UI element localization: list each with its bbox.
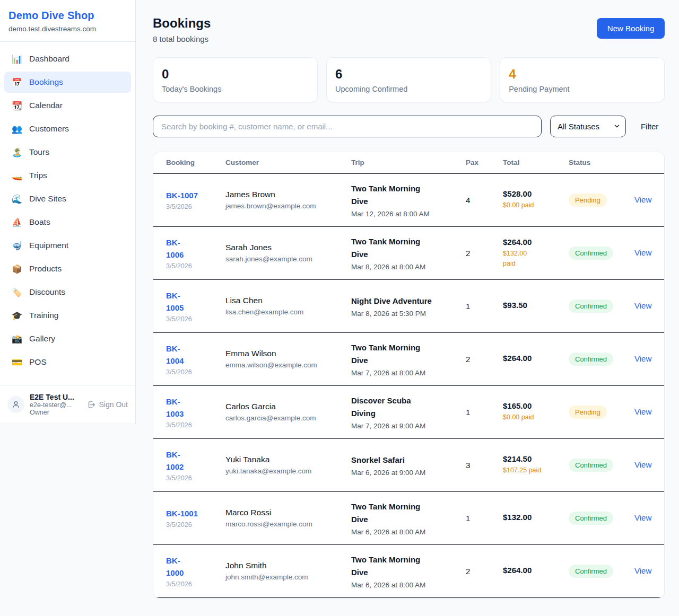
brand: Demo Dive Shop demo.test.divestreams.com xyxy=(0,0,135,42)
view-link[interactable]: View xyxy=(634,513,651,522)
view-link[interactable]: View xyxy=(634,566,651,575)
trip-name: Two Tank Morning Dive xyxy=(351,341,466,367)
total-cell: $264.00 xyxy=(503,354,569,365)
view-link[interactable]: View xyxy=(634,407,651,416)
customer-email: lisa.chen@example.com xyxy=(225,308,351,316)
view-link[interactable]: View xyxy=(634,301,651,310)
customer-name: Lisa Chen xyxy=(225,296,351,305)
table-row: BK- 1002 3/5/2026 Yuki Tanaka yuki.tanak… xyxy=(153,439,664,492)
total-cell: $165.00 $0.00 paid xyxy=(503,401,569,423)
column-header-booking: Booking xyxy=(166,159,225,166)
nav-item-icon: 🏝️ xyxy=(12,147,22,157)
view-link[interactable]: View xyxy=(634,248,651,257)
filter-button[interactable]: Filter xyxy=(634,118,665,135)
booking-cell: BK-1007 3/5/2026 xyxy=(166,189,225,210)
user-icon xyxy=(12,400,20,409)
booking-id-link[interactable]: BK- 1000 xyxy=(166,556,184,577)
shop-domain: demo.test.divestreams.com xyxy=(8,25,127,33)
customer-name: Sarah Jones xyxy=(225,243,351,252)
sidebar-item-gallery[interactable]: 📸 Gallery xyxy=(4,328,131,349)
user-panel: E2E Test U... e2e-tester@... Owner Sign … xyxy=(0,385,135,424)
trip-datetime: Mar 6, 2026 at 9:00 AM xyxy=(351,469,466,477)
sidebar-item-bookings[interactable]: 📅 Bookings xyxy=(4,72,131,93)
paid-amount: $0.00 paid xyxy=(503,412,569,423)
sidebar-item-products[interactable]: 📦 Products xyxy=(4,258,131,279)
sidebar-nav: 📊 Dashboard 📅 Bookings 📆 Calendar 👥 Cust… xyxy=(0,42,135,373)
nav-item-icon: 📸 xyxy=(12,334,22,344)
stat-card: 6 Upcoming Confirmed xyxy=(326,57,491,102)
booking-id-link[interactable]: BK-1007 xyxy=(166,191,198,200)
booking-date: 3/5/2026 xyxy=(166,368,225,376)
total-amount: $264.00 xyxy=(503,566,569,575)
view-link[interactable]: View xyxy=(634,195,651,204)
sidebar-item-dashboard[interactable]: 📊 Dashboard xyxy=(4,48,131,69)
page-title: Bookings xyxy=(153,16,211,31)
trip-cell: Two Tank Morning Dive Mar 6, 2026 at 8:0… xyxy=(351,500,466,536)
sidebar: Demo Dive Shop demo.test.divestreams.com… xyxy=(0,0,136,424)
sidebar-item-equipment[interactable]: 🤿 Equipment xyxy=(4,235,131,256)
customer-email: emma.wilson@example.com xyxy=(225,361,351,369)
trip-name: Two Tank Morning Dive xyxy=(351,182,466,208)
actions-cell: View xyxy=(634,460,651,470)
actions-cell: View xyxy=(634,248,651,258)
status-filter-select[interactable]: All Statuses xyxy=(550,116,626,137)
booking-id-link[interactable]: BK- 1004 xyxy=(166,344,184,365)
customer-cell: Lisa Chen lisa.chen@example.com xyxy=(225,296,351,316)
actions-cell: View xyxy=(634,195,651,205)
search-input[interactable] xyxy=(153,116,542,137)
view-link[interactable]: View xyxy=(634,354,651,363)
status-cell: Confirmed xyxy=(569,565,634,578)
total-amount: $528.00 xyxy=(503,189,569,198)
stats-row: 0 Today's Bookings 6 Upcoming Confirmed … xyxy=(153,57,665,102)
table-body: BK-1007 3/5/2026 James Brown james.brown… xyxy=(153,174,664,598)
booking-cell: BK- 1004 3/5/2026 xyxy=(166,342,225,376)
booking-id-link[interactable]: BK- 1003 xyxy=(166,397,184,418)
booking-date: 3/5/2026 xyxy=(166,203,225,210)
page-header: Bookings 8 total bookings New Booking xyxy=(153,16,665,43)
table-row: BK- 1006 3/5/2026 Sarah Jones sarah.jone… xyxy=(153,227,664,280)
booking-id-link[interactable]: BK- 1006 xyxy=(166,238,184,259)
paid-amount: $107.25 paid xyxy=(503,465,569,476)
sidebar-item-pos[interactable]: 💳 POS xyxy=(4,351,131,373)
sidebar-item-tours[interactable]: 🏝️ Tours xyxy=(4,142,131,163)
sidebar-item-customers[interactable]: 👥 Customers xyxy=(4,118,131,139)
view-link[interactable]: View xyxy=(634,460,651,469)
total-amount: $165.00 xyxy=(503,401,569,410)
total-cell: $93.50 xyxy=(503,301,569,312)
booking-id-link[interactable]: BK- 1002 xyxy=(166,450,184,471)
controls-row: All Statuses Filter xyxy=(153,116,665,137)
trip-cell: Discover Scuba Diving Mar 7, 2026 at 9:0… xyxy=(351,394,466,430)
customer-name: Carlos Garcia xyxy=(225,402,351,411)
trip-datetime: Mar 8, 2026 at 5:30 PM xyxy=(351,310,466,318)
table-row: BK- 1005 3/5/2026 Lisa Chen lisa.chen@ex… xyxy=(153,280,664,333)
booking-id-link[interactable]: BK-1001 xyxy=(166,509,198,518)
sign-out-button[interactable]: Sign Out xyxy=(87,400,128,409)
status-badge: Confirmed xyxy=(569,353,613,366)
sidebar-item-discounts[interactable]: 🏷️ Discounts xyxy=(4,281,131,303)
nav-item-icon: 🤿 xyxy=(12,241,22,251)
booking-cell: BK- 1003 3/5/2026 xyxy=(166,395,225,429)
nav-item-label: Boats xyxy=(29,217,50,227)
stat-label: Today's Bookings xyxy=(162,85,309,93)
nav-item-icon: 📊 xyxy=(12,54,22,64)
pax-count: 1 xyxy=(466,408,503,417)
status-cell: Pending xyxy=(569,193,634,207)
sidebar-item-training[interactable]: 🎓 Training xyxy=(4,305,131,326)
trip-cell: Two Tank Morning Dive Mar 8, 2026 at 8:0… xyxy=(351,235,466,271)
booking-id-link[interactable]: BK- 1005 xyxy=(166,291,184,312)
new-booking-button[interactable]: New Booking xyxy=(597,18,665,39)
sidebar-item-trips[interactable]: 🚤 Trips xyxy=(4,165,131,186)
booking-date: 3/5/2026 xyxy=(166,421,225,429)
trip-cell: Two Tank Morning Dive Mar 12, 2026 at 8:… xyxy=(351,182,466,218)
nav-item-label: Trips xyxy=(29,171,47,180)
actions-cell: View xyxy=(634,354,651,364)
trip-datetime: Mar 8, 2026 at 8:00 AM xyxy=(351,263,466,271)
nav-item-icon: 🎓 xyxy=(12,311,22,321)
sidebar-item-boats[interactable]: ⛵ Boats xyxy=(4,212,131,233)
table-row: BK- 1004 3/5/2026 Emma Wilson emma.wilso… xyxy=(153,333,664,386)
trip-name: Discover Scuba Diving xyxy=(351,394,466,420)
sidebar-item-calendar[interactable]: 📆 Calendar xyxy=(4,95,131,116)
nav-item-label: Tours xyxy=(29,147,49,157)
trip-cell: Night Dive Adventure Mar 8, 2026 at 5:30… xyxy=(351,295,466,318)
sidebar-item-dive-sites[interactable]: 🌊 Dive Sites xyxy=(4,188,131,209)
